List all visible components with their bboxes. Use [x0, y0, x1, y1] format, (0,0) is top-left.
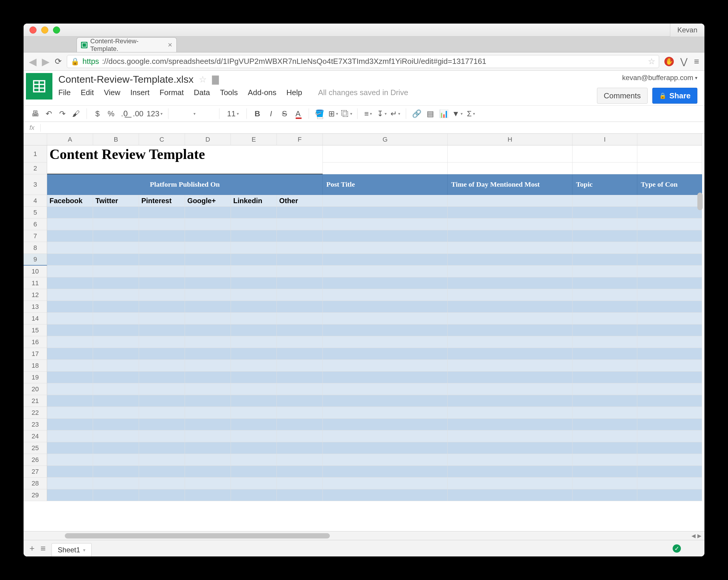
cell[interactable] — [93, 430, 139, 442]
cell[interactable] — [277, 360, 323, 372]
decrease-decimal-icon[interactable]: .0͟ — [119, 108, 130, 120]
cell[interactable] — [637, 336, 702, 348]
cell[interactable] — [139, 230, 185, 242]
strikethrough-icon[interactable]: S — [279, 108, 290, 120]
text-wrap-icon[interactable]: ↵ — [389, 108, 401, 120]
cell[interactable] — [277, 324, 323, 336]
cell[interactable] — [448, 395, 572, 407]
cell[interactable] — [323, 360, 448, 372]
reload-icon[interactable]: ⟳ — [55, 56, 61, 66]
row-header[interactable]: 9 — [24, 254, 47, 266]
row-header[interactable]: 12 — [24, 289, 47, 301]
functions-icon[interactable]: Σ — [465, 108, 477, 120]
cell[interactable] — [139, 301, 185, 313]
cell[interactable] — [139, 266, 185, 278]
insert-chart-icon[interactable]: 📊 — [438, 108, 450, 120]
cell[interactable] — [448, 360, 572, 372]
cell[interactable] — [47, 242, 93, 254]
cell[interactable] — [231, 324, 277, 336]
cell[interactable] — [277, 383, 323, 395]
cell[interactable] — [572, 207, 637, 218]
cell[interactable] — [637, 478, 702, 489]
cell[interactable] — [47, 419, 93, 430]
cell[interactable] — [185, 207, 231, 218]
cell[interactable] — [448, 301, 572, 313]
cell[interactable] — [185, 430, 231, 442]
cell[interactable] — [637, 254, 702, 266]
header-time-of-day[interactable]: Time of Day Mentioned Most — [448, 174, 572, 195]
extension-pocket-icon[interactable]: ⋁ — [679, 57, 688, 66]
cell[interactable] — [139, 407, 185, 419]
header-post-title[interactable]: Post Title — [323, 174, 448, 195]
cell[interactable] — [277, 266, 323, 278]
cell[interactable] — [139, 383, 185, 395]
filter-icon[interactable]: ▼ — [451, 108, 463, 120]
cell[interactable] — [185, 442, 231, 454]
cell[interactable] — [637, 466, 702, 478]
print-icon[interactable]: 🖶 — [29, 108, 41, 120]
menu-help[interactable]: Help — [286, 88, 302, 97]
cell[interactable] — [231, 278, 277, 289]
cell[interactable] — [572, 419, 637, 430]
column-header[interactable]: F — [277, 134, 323, 146]
cell[interactable] — [47, 266, 93, 278]
cell[interactable] — [277, 419, 323, 430]
menu-format[interactable]: Format — [160, 88, 184, 97]
cell[interactable] — [93, 289, 139, 301]
row-header[interactable]: 7 — [24, 230, 47, 242]
cell[interactable] — [231, 478, 277, 489]
cell[interactable] — [47, 466, 93, 478]
cell[interactable] — [93, 254, 139, 266]
cell[interactable] — [572, 289, 637, 301]
cell[interactable] — [47, 442, 93, 454]
cell[interactable] — [231, 289, 277, 301]
cell[interactable] — [323, 466, 448, 478]
cell[interactable] — [323, 324, 448, 336]
row-header[interactable]: 3 — [24, 174, 47, 195]
row-header[interactable]: 18 — [24, 360, 47, 372]
cell[interactable] — [231, 407, 277, 419]
increase-decimal-icon[interactable]: .00 — [132, 108, 144, 120]
insert-comment-icon[interactable]: ▤ — [424, 108, 436, 120]
cell[interactable] — [572, 242, 637, 254]
cell[interactable] — [637, 407, 702, 419]
cell[interactable] — [139, 313, 185, 324]
scroll-right-icon[interactable]: ▶ — [697, 533, 702, 539]
cell[interactable] — [572, 301, 637, 313]
cell[interactable] — [47, 313, 93, 324]
cell[interactable] — [93, 360, 139, 372]
share-button[interactable]: 🔒Share — [652, 88, 697, 104]
cell[interactable] — [323, 478, 448, 489]
cell[interactable] — [185, 489, 231, 501]
vertical-align-icon[interactable]: ↧ — [376, 108, 388, 120]
cell[interactable] — [448, 230, 572, 242]
cell[interactable] — [448, 218, 572, 230]
row-header[interactable]: 4 — [24, 195, 47, 207]
cell[interactable] — [139, 360, 185, 372]
cell[interactable] — [323, 395, 448, 407]
cell[interactable] — [277, 278, 323, 289]
undo-icon[interactable]: ↶ — [43, 108, 55, 120]
cell[interactable] — [323, 489, 448, 501]
cell[interactable] — [277, 336, 323, 348]
cell[interactable] — [139, 489, 185, 501]
cell[interactable] — [572, 430, 637, 442]
cell[interactable] — [139, 207, 185, 218]
cell[interactable] — [231, 442, 277, 454]
add-sheet-icon[interactable]: + — [29, 544, 35, 554]
cell[interactable] — [448, 442, 572, 454]
cell[interactable] — [277, 454, 323, 466]
cell[interactable] — [277, 348, 323, 360]
cell[interactable] — [185, 348, 231, 360]
cell[interactable] — [277, 466, 323, 478]
column-header[interactable]: E — [231, 134, 277, 146]
header-type-of-content[interactable]: Type of Con — [637, 174, 702, 195]
cell[interactable] — [93, 383, 139, 395]
cell[interactable] — [139, 372, 185, 383]
cell[interactable] — [185, 230, 231, 242]
cell[interactable] — [185, 466, 231, 478]
cell[interactable] — [448, 372, 572, 383]
subheader-cell[interactable]: Pinterest — [139, 195, 185, 207]
formula-input[interactable] — [47, 122, 699, 133]
cell[interactable] — [47, 336, 93, 348]
